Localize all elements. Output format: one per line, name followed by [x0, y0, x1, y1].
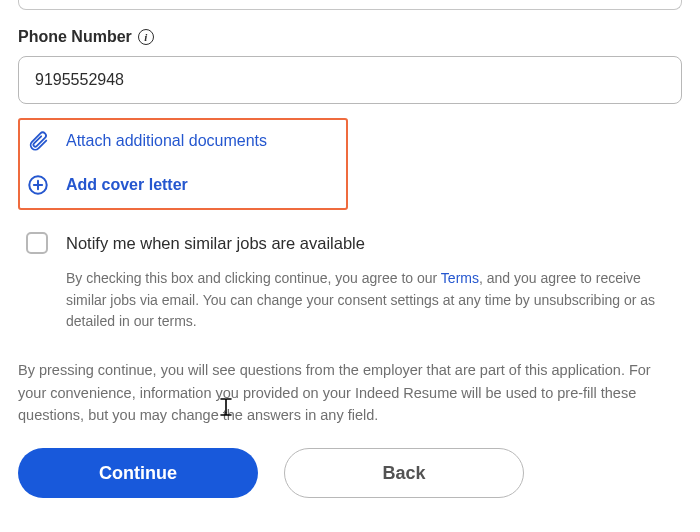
- notify-checkbox[interactable]: [26, 232, 48, 254]
- back-button-label: Back: [382, 463, 425, 484]
- previous-input-bottom-edge: [18, 0, 682, 10]
- consent-pre: By checking this box and clicking contin…: [66, 270, 441, 286]
- continue-button-label: Continue: [99, 463, 177, 484]
- button-row: Continue Back: [18, 448, 682, 498]
- plus-circle-icon: [26, 174, 50, 196]
- notify-label: Notify me when similar jobs are availabl…: [66, 234, 365, 253]
- phone-number-input[interactable]: [18, 56, 682, 104]
- notify-block: Notify me when similar jobs are availabl…: [18, 232, 682, 333]
- back-button[interactable]: Back: [284, 448, 524, 498]
- continue-button[interactable]: Continue: [18, 448, 258, 498]
- phone-number-label-text: Phone Number: [18, 28, 132, 46]
- terms-link[interactable]: Terms: [441, 270, 479, 286]
- add-cover-letter-button[interactable]: Add cover letter: [26, 174, 338, 196]
- paperclip-icon: [26, 130, 50, 152]
- attach-documents-label: Attach additional documents: [66, 132, 267, 150]
- consent-text: By checking this box and clicking contin…: [66, 268, 666, 333]
- add-cover-letter-label: Add cover letter: [66, 176, 188, 194]
- info-icon[interactable]: i: [138, 29, 154, 45]
- footer-note: By pressing continue, you will see quest…: [18, 359, 682, 426]
- attach-documents-button[interactable]: Attach additional documents: [26, 130, 338, 152]
- phone-number-label: Phone Number i: [18, 28, 682, 46]
- attachment-highlight-box: Attach additional documents Add cover le…: [18, 118, 348, 210]
